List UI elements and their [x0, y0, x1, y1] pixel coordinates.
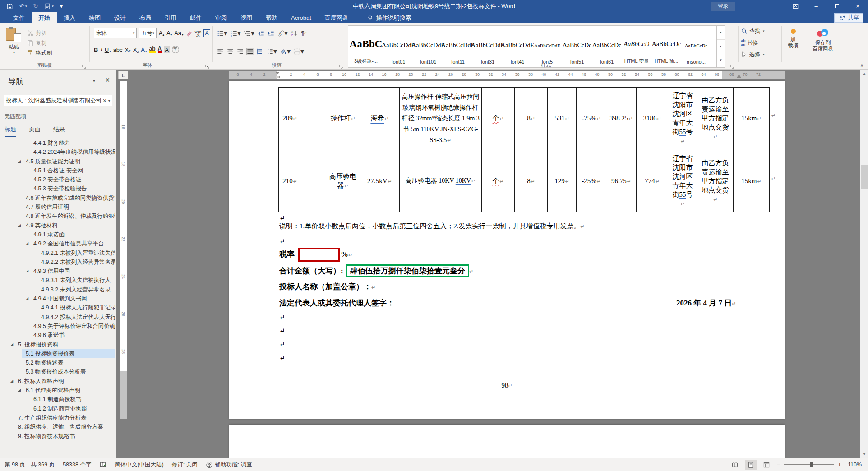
- expand-icon[interactable]: ◢: [10, 340, 13, 349]
- expand-icon[interactable]: ◢: [18, 221, 21, 230]
- strikethrough-icon[interactable]: abc: [113, 46, 123, 53]
- tax-rate-line[interactable]: 税率%↵: [279, 248, 352, 262]
- note-line[interactable]: 说明：1.单价取小数点后两位，小数点后第三位四舍五入；2.发票实行一票制，开具增…: [279, 222, 585, 231]
- ribbon-tab-file[interactable]: 文件: [6, 12, 32, 23]
- scroll-down-icon[interactable]: ▼: [860, 450, 868, 458]
- align-center-icon[interactable]: [227, 48, 234, 55]
- highlight-color-icon[interactable]: ab: [149, 46, 156, 53]
- style-gallery-item[interactable]: AaBbCcDcfont51: [562, 26, 592, 67]
- nav-item[interactable]: 4.9.4.1 投标人无行贿犯罪记录: [0, 303, 115, 312]
- share-button[interactable]: 共享: [834, 13, 863, 23]
- character-border-icon[interactable]: A: [203, 29, 210, 37]
- justify-icon[interactable]: [247, 48, 254, 55]
- styles-launcher-icon[interactable]: [730, 63, 735, 68]
- decrease-indent-icon[interactable]: [258, 30, 264, 37]
- close-button[interactable]: ×: [847, 0, 868, 12]
- line-spacing-icon[interactable]: ▾: [267, 47, 277, 55]
- nav-item[interactable]: 4.5.1 合格证-安全网: [0, 166, 115, 175]
- nav-item[interactable]: ◢4.9 其他材料: [0, 221, 115, 230]
- tab-selector[interactable]: L: [118, 71, 128, 79]
- align-left-icon[interactable]: [217, 48, 224, 55]
- shrink-font-icon[interactable]: A▾: [166, 30, 172, 37]
- subscript-icon[interactable]: X2: [125, 46, 131, 53]
- nav-item[interactable]: 4.8 近年发生的诉讼、仲裁及行贿犯罪情况: [0, 212, 115, 221]
- font-name-select[interactable]: 宋体▾: [94, 28, 137, 38]
- nav-item[interactable]: 4.9.1 承诺函: [0, 230, 115, 239]
- ribbon-tab-mailings[interactable]: 邮件: [183, 12, 208, 23]
- align-right-icon[interactable]: [237, 48, 244, 55]
- nav-item[interactable]: 4.5.2 安全带合格证: [0, 175, 115, 184]
- show-formatting-marks-icon[interactable]: ¶↵: [301, 30, 307, 37]
- style-gallery-item[interactable]: AaBbCcDcmsono...: [681, 26, 711, 67]
- nav-item[interactable]: 4.9.4.2 投标人法定代表人无行贿犯...: [0, 313, 115, 322]
- page-99[interactable]: [229, 425, 785, 458]
- zoom-slider-thumb[interactable]: [810, 462, 813, 467]
- nav-item[interactable]: 5.1 投标物资报价表: [0, 349, 115, 358]
- grow-font-icon[interactable]: A▴: [159, 30, 164, 37]
- save-to-baidu-pan-button[interactable]: 保存到 百度网盘: [807, 26, 839, 61]
- style-gallery-item[interactable]: AaBbCcDdEfont31: [473, 26, 503, 67]
- accessibility-status[interactable]: 辅助功能: 调查: [206, 461, 252, 469]
- borders-icon[interactable]: ▾: [294, 47, 304, 55]
- bid-price-table[interactable]: 209 操作杆 海希 高压操作杆 伸缩式高压拉闸玻璃钢环氧树脂绝缘操作杆 杆径 …: [278, 87, 770, 212]
- paste-button[interactable]: 粘贴▾: [4, 27, 24, 61]
- ribbon-display-options-icon[interactable]: [785, 0, 806, 12]
- nav-item[interactable]: 9. 投标物资技术规格书: [0, 432, 115, 441]
- ribbon-tab-design[interactable]: 设计: [107, 12, 133, 23]
- ribbon-tab-acrobat[interactable]: Acrobat: [284, 12, 318, 23]
- paragraph-launcher-icon[interactable]: [339, 63, 344, 68]
- style-gallery-item[interactable]: AaBbCcDdEfont41: [503, 26, 532, 67]
- phonetic-guide-icon[interactable]: wén文: [195, 30, 202, 37]
- proofing-icon[interactable]: [99, 462, 106, 468]
- change-case-icon[interactable]: Aa▾: [174, 30, 183, 37]
- ribbon-tab-baidu-pan[interactable]: 百度网盘: [318, 12, 355, 23]
- nav-item[interactable]: 5.3 物资报价成本分析表: [0, 367, 115, 376]
- expand-icon[interactable]: ◢: [26, 267, 28, 276]
- nav-item[interactable]: 6.1.1 制造商授权书: [0, 395, 115, 404]
- scroll-up-icon[interactable]: ▲: [860, 70, 868, 78]
- nav-item[interactable]: 5.2 物资描述表: [0, 358, 115, 367]
- sort-icon[interactable]: AZ: [291, 30, 298, 37]
- shading-icon[interactable]: ▾: [280, 47, 291, 55]
- ribbon-tab-layout[interactable]: 布局: [133, 12, 158, 23]
- nav-item[interactable]: 4.6 近年在施或完成的同类物资供货业绩表: [0, 194, 115, 203]
- underline-icon[interactable]: U▾: [105, 46, 111, 53]
- style-gallery-item[interactable]: AaBbCcDdEfont5: [532, 26, 562, 67]
- replace-button[interactable]: abac 替换: [741, 37, 780, 49]
- styles-scroll-up-icon[interactable]: ▲: [717, 26, 725, 40]
- nav-item[interactable]: 7. 生产组织供应能力分析表: [0, 413, 115, 422]
- expand-icon[interactable]: ◢: [26, 294, 28, 303]
- page-98[interactable]: 209 操作杆 海希 高压操作杆 伸缩式高压拉闸玻璃钢环氧树脂绝缘操作杆 杆径 …: [229, 81, 785, 419]
- ribbon-tab-references[interactable]: 引用: [158, 12, 183, 23]
- superscript-icon[interactable]: X2: [133, 46, 139, 53]
- bullet-list-icon[interactable]: ▾: [217, 29, 227, 37]
- tell-me-search[interactable]: 操作说明搜索: [367, 12, 411, 23]
- numbered-list-icon[interactable]: 123▾: [231, 29, 241, 37]
- total-amount-line[interactable]: 合计金额（大写）:肆佰伍拾万捌仟柒佰柒拾壹元叁分↵: [279, 264, 473, 277]
- track-changes-indicator[interactable]: 修订: 关闭: [172, 461, 198, 469]
- nav-close-icon[interactable]: ×: [106, 76, 110, 84]
- asian-layout-icon[interactable]: A▾: [277, 29, 288, 37]
- zoom-out-icon[interactable]: −: [776, 461, 780, 468]
- clear-search-icon[interactable]: ×: [101, 97, 108, 104]
- nav-item[interactable]: 4.9.3.1 未列入失信被执行人: [0, 276, 115, 285]
- login-button[interactable]: 登录: [711, 2, 735, 11]
- collapse-ribbon-icon[interactable]: ∧: [860, 63, 863, 68]
- vertical-ruler[interactable]: 16182022242628: [120, 81, 127, 419]
- increase-indent-icon[interactable]: [268, 30, 274, 37]
- bidder-name-line[interactable]: 投标人名称（加盖公章）：↵: [279, 282, 375, 292]
- expand-icon[interactable]: ◢: [26, 239, 28, 248]
- signature-line[interactable]: 法定代表人或其委托代理人签字： 2026 年 4 月 7 日↵: [279, 298, 776, 308]
- bold-icon[interactable]: B: [94, 46, 98, 53]
- italic-icon[interactable]: I: [100, 46, 102, 53]
- nav-item[interactable]: 4.9.2.2 未被列入经营异常名录: [0, 258, 115, 267]
- first-line-indent-marker[interactable]: [275, 72, 280, 74]
- nav-search-input[interactable]: 投标人：沈阳鑫盛辰建材销售有限公司（盖单 × ▾: [4, 95, 112, 106]
- clipboard-launcher-icon[interactable]: [82, 63, 88, 68]
- font-color-icon[interactable]: A: [158, 46, 162, 53]
- nav-tab-pages[interactable]: 页面: [29, 125, 41, 137]
- add-ins-button[interactable]: 加 载项: [783, 26, 803, 61]
- left-indent-marker[interactable]: [276, 76, 280, 78]
- language-indicator[interactable]: 简体中文(中国大陆): [115, 461, 163, 469]
- nav-item[interactable]: 8. 组织供应、运输、售后服务方案: [0, 422, 115, 431]
